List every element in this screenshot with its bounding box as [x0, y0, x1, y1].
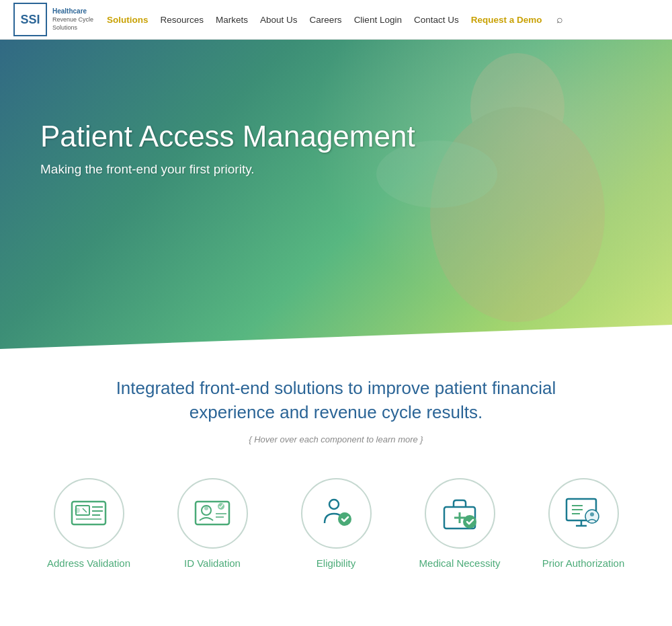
hero-section: Patient Access Management Making the fro…: [0, 40, 672, 349]
main-content: Integrated front-end solutions to improv…: [0, 349, 672, 610]
hero-title: Patient Access Management: [40, 120, 415, 153]
nav-solutions[interactable]: Solutions: [107, 15, 149, 25]
main-tagline: Integrated front-end solutions to improv…: [81, 376, 591, 425]
hero-subtitle: Making the front-end your first priority…: [40, 162, 415, 177]
logo[interactable]: SSI Healthcare Revenue Cycle Solutions: [13, 3, 93, 36]
icon-circle-eligibility: [301, 478, 372, 549]
search-icon[interactable]: ⌕: [556, 13, 563, 26]
nav-careers[interactable]: Careers: [310, 15, 342, 25]
eligibility-icon: [315, 492, 357, 534]
prior-authorization-label: Prior Authorization: [542, 557, 625, 570]
icon-circle-id: [177, 478, 248, 549]
medical-necessity-label: Medical Necessity: [419, 557, 501, 570]
nav-contact[interactable]: Contact Us: [414, 15, 459, 25]
svg-point-19: [329, 500, 339, 509]
svg-point-1: [430, 107, 605, 322]
eligibility-label: Eligibility: [317, 557, 355, 570]
hero-content: Patient Access Management Making the fro…: [40, 120, 415, 177]
address-validation-label: Address Validation: [47, 557, 130, 570]
icon-eligibility[interactable]: Eligibility: [288, 478, 384, 570]
icon-id-validation[interactable]: ID Validation: [164, 478, 261, 570]
id-validation-label: ID Validation: [184, 557, 241, 570]
nav-about[interactable]: About Us: [260, 15, 298, 25]
icon-circle-address: [54, 478, 124, 549]
id-validation-icon: [192, 492, 233, 534]
icons-row: Address Validation ID Validation: [40, 478, 632, 570]
main-nav: Solutions Resources Markets About Us Car…: [107, 13, 659, 26]
icon-address-validation[interactable]: Address Validation: [40, 478, 137, 570]
svg-line-10: [83, 508, 87, 512]
prior-authorization-icon: [562, 492, 604, 534]
hero-person-image: [269, 40, 672, 349]
medical-necessity-icon: [439, 492, 480, 534]
nav-request-demo[interactable]: Request a Demo: [471, 15, 542, 25]
svg-point-9: [75, 508, 80, 513]
svg-point-13: [204, 506, 208, 510]
icon-circle-auth: [548, 478, 619, 549]
nav-markets[interactable]: Markets: [216, 15, 248, 25]
icon-medical-necessity[interactable]: Medical Necessity: [411, 478, 508, 570]
logo-text: Healthcare Revenue Cycle Solutions: [52, 7, 93, 32]
logo-letters: SSI: [20, 13, 40, 27]
address-validation-icon: [68, 492, 110, 534]
icon-prior-authorization[interactable]: Prior Authorization: [535, 478, 632, 570]
svg-point-32: [590, 512, 594, 516]
nav-resources[interactable]: Resources: [161, 15, 204, 25]
nav-client-login[interactable]: Client Login: [354, 15, 402, 25]
hover-hint: { Hover over each component to learn mor…: [40, 434, 632, 444]
svg-point-24: [463, 515, 476, 529]
navbar: SSI Healthcare Revenue Cycle Solutions S…: [0, 0, 672, 40]
logo-box: SSI: [13, 3, 47, 36]
svg-point-20: [338, 512, 351, 526]
icon-circle-medical: [425, 478, 495, 549]
